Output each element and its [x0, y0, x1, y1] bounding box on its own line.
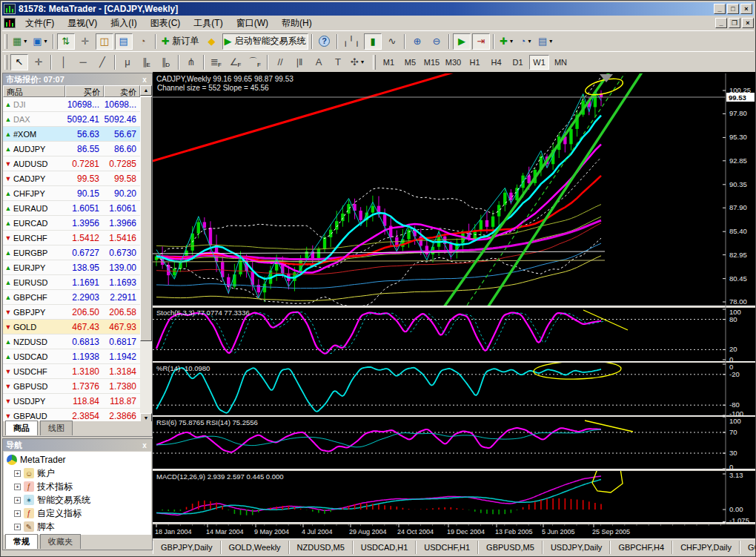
chart-window-icon[interactable] — [4, 18, 16, 28]
expand-icon[interactable]: + — [14, 524, 21, 530]
menu-help[interactable]: 帮助(H) — [275, 16, 319, 30]
navigator-toggle[interactable]: ◫ — [96, 33, 113, 50]
indicators-button[interactable]: ✚▾ — [497, 33, 515, 50]
periods-button[interactable]: ◔▾ — [517, 33, 534, 50]
timeframe-w1[interactable]: W1 — [529, 55, 549, 70]
templates-button[interactable]: ▤▾ — [536, 33, 554, 50]
chart-tab-gbpchf-h4[interactable]: GBPCHF,H4 — [610, 541, 672, 554]
regression-channel-button[interactable]: μ — [119, 54, 136, 70]
expand-icon[interactable]: + — [14, 510, 21, 517]
nav-item-indicators[interactable]: +ƒ技术指标 — [14, 480, 151, 493]
child-restore-button[interactable]: ❐ — [729, 18, 740, 28]
menu-file[interactable]: 文件(F) — [19, 16, 61, 30]
child-minimize-button[interactable]: _ — [715, 18, 727, 28]
market-watch-row-eurcad[interactable]: EURCAD1.39561.3966 — [3, 216, 142, 231]
close-button[interactable]: × — [740, 4, 752, 14]
market-watch-row-eurchf[interactable]: EURCHF1.54121.5416 — [3, 231, 142, 245]
terminal-toggle[interactable]: ▤ — [115, 33, 133, 50]
expand-icon[interactable]: + — [14, 484, 21, 490]
data-window-toggle[interactable]: ✛ — [76, 33, 94, 50]
timeframe-m1[interactable]: M1 — [379, 55, 399, 70]
stddev-channel-button[interactable]: ∥D — [157, 54, 175, 70]
market-watch-row-eurusd[interactable]: EURUSD1.16911.1693 — [3, 275, 142, 290]
market-watch-row-gbpusd[interactable]: GBPUSD1.73761.7380 — [3, 379, 142, 394]
timeframe-m15[interactable]: M15 — [422, 55, 442, 70]
crosshair-button[interactable]: ✛ — [30, 54, 47, 70]
chart-tab-gc[interactable]: GC — [740, 541, 756, 554]
market-watch-row-chfjpy[interactable]: CHFJPY90.1590.20 — [3, 186, 142, 201]
menu-tools[interactable]: 工具(T) — [187, 16, 229, 30]
cycle-lines-button[interactable]: |‖ — [291, 54, 308, 70]
market-watch-row-gbpjpy[interactable]: GBPJPY206.50206.58 — [3, 305, 142, 320]
menu-insert[interactable]: 插入(I) — [104, 16, 143, 30]
market-watch-row-eurjpy[interactable]: EURJPY138.95139.00 — [3, 260, 142, 275]
nav-item-scripts[interactable]: +✎脚本 — [14, 520, 151, 533]
market-watch-tab-ticks[interactable]: 线图 — [40, 421, 73, 435]
column-header-bid[interactable]: 买价 — [65, 85, 104, 97]
market-watch-row-usdjpy[interactable]: USDJPY118.84118.87 — [3, 394, 142, 409]
strategy-tester-toggle[interactable]: ◔ — [134, 33, 152, 50]
arrows-button[interactable]: ✣▾ — [348, 54, 366, 70]
child-close-button[interactable]: × — [742, 18, 754, 28]
menu-window[interactable]: 窗口(W) — [230, 16, 275, 30]
text-button[interactable]: A — [310, 54, 328, 70]
navigator-close-icon[interactable]: x — [140, 441, 149, 449]
profiles-button-dropdown-icon[interactable]: ▾ — [44, 38, 47, 45]
horizontal-line-button[interactable]: ─ — [74, 54, 92, 70]
market-watch-scrollbar[interactable]: ▲ ▼ — [140, 85, 152, 423]
navigator-tab-common[interactable]: 常规 — [5, 534, 38, 549]
andrews-pitchfork-button[interactable]: ⋔ — [182, 54, 200, 70]
chart-tab-usdchf-h1[interactable]: USDCHF,H1 — [416, 541, 478, 554]
column-header-ask[interactable]: 卖价 — [104, 85, 140, 97]
nav-item-expert-advisors[interactable]: +✶智能交易系统 — [14, 493, 151, 507]
metaeditor-button[interactable]: ◆ — [203, 33, 221, 50]
market-watch-row-nzdusd[interactable]: NZDUSD0.68130.6817 — [3, 334, 142, 349]
new-chart-button[interactable]: ▦▾ — [10, 33, 29, 50]
timeframe-mn[interactable]: MN — [551, 55, 571, 70]
expand-icon[interactable]: + — [14, 470, 21, 477]
zoom-out-button[interactable]: ⊖ — [428, 33, 445, 50]
fibo-arcs-button[interactable]: ⌒F — [246, 54, 264, 70]
market-watch-row-audusd[interactable]: AUDUSD0.72810.7285 — [3, 156, 142, 171]
new-chart-button-dropdown-icon[interactable]: ▾ — [24, 38, 27, 45]
market-watch-row-euraud[interactable]: EURAUD1.60511.6061 — [3, 201, 142, 216]
help-button[interactable]: ? — [316, 33, 334, 50]
bar-chart-button[interactable]: ╷╵╷ — [341, 33, 362, 50]
trendline-button[interactable]: ╱ — [93, 54, 111, 70]
periods-button-dropdown-icon[interactable]: ▾ — [528, 38, 531, 45]
indicators-button-dropdown-icon[interactable]: ▾ — [510, 38, 513, 45]
nav-item-custom-indicators[interactable]: +ƒ自定义指标 — [14, 507, 151, 520]
timeframe-h1[interactable]: H1 — [465, 55, 485, 70]
parallel-lines-button[interactable]: // — [271, 54, 289, 70]
scrollbar-thumb[interactable] — [140, 96, 152, 341]
chart-tab-nzdusd-m5[interactable]: NZDUSD,M5 — [289, 541, 353, 554]
expand-icon[interactable]: + — [14, 497, 21, 504]
chart-area[interactable]: 100.2597.8095.3092.8590.3587.9085.4082.9… — [153, 72, 755, 538]
chart-tab-gbpusd-m5[interactable]: GBPUSD,M5 — [478, 541, 543, 554]
chart-tab-gbpjpy-daily[interactable]: GBPJPY,Daily — [153, 541, 221, 554]
chart-shift-toggle[interactable]: ⇥ — [472, 33, 490, 50]
market-watch-row-gbpchf[interactable]: GBPCHF2.29032.2911 — [3, 290, 142, 305]
market-watch-row-gold[interactable]: GOLD467.43467.93 — [3, 320, 142, 334]
timeframe-d1[interactable]: D1 — [508, 55, 528, 70]
market-watch-close-icon[interactable]: x — [140, 76, 149, 84]
candlestick-chart-button[interactable]: ▮ — [364, 33, 382, 50]
scroll-up-icon[interactable]: ▲ — [140, 85, 152, 96]
navigator-tab-favorites[interactable]: 收藏夹 — [40, 534, 81, 549]
market-watch-row-dax[interactable]: DAX5092.415092.46 — [3, 112, 142, 127]
market-watch-row-eurgbp[interactable]: EURGBP0.67270.6730 — [3, 245, 142, 260]
menu-view[interactable]: 显视(V) — [61, 16, 104, 30]
market-watch-row-cadjpy[interactable]: CADJPY99.5399.58 — [3, 171, 142, 186]
market-watch-tab-symbols[interactable]: 商品 — [5, 421, 38, 435]
market-watch-row-audjpy[interactable]: AUDJPY86.5586.60 — [3, 142, 142, 156]
chart-tab-gold-weekly[interactable]: GOLD,Weekly — [221, 541, 289, 554]
nav-root-metatrader[interactable]: MetaTrader — [7, 453, 151, 467]
minimize-button[interactable]: _ — [714, 4, 726, 14]
profiles-button[interactable]: ▣▾ — [30, 33, 49, 50]
templates-button-dropdown-icon[interactable]: ▾ — [549, 38, 552, 45]
auto-scroll-toggle[interactable]: ▶ — [453, 33, 471, 50]
arrows-button-dropdown-icon[interactable]: ▾ — [361, 59, 364, 65]
nav-item-accounts[interactable]: +☺账户 — [14, 467, 151, 480]
menu-charts[interactable]: 图表(C) — [144, 16, 188, 30]
expert-advisors-button[interactable]: ▶启动智能交易系统 — [222, 33, 308, 50]
